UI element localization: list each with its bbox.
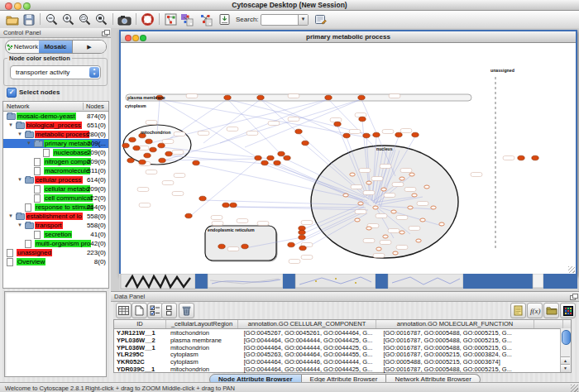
graph-node[interactable] — [518, 155, 524, 160]
tree-row[interactable]: ▼cellular process614(0) — [3, 175, 108, 184]
tree-row[interactable]: multi-organism pro42(0) — [3, 239, 108, 248]
graph-node[interactable] — [230, 203, 237, 208]
network-frame-icon[interactable] — [163, 12, 178, 26]
table-cell[interactable]: [GO:0005488, GO:0005215, GO:0003674] — [380, 358, 540, 366]
float-panel-icon[interactable] — [102, 30, 108, 36]
folder-icon[interactable] — [543, 303, 559, 318]
tree-row[interactable]: unassigned223(0) — [3, 248, 108, 257]
graph-node[interactable] — [366, 227, 371, 230]
search-dropdown-button[interactable]: ▼ — [298, 15, 308, 25]
table-cell[interactable]: cytoplasm — [168, 358, 242, 366]
tree-row[interactable]: cell communicat22(0) — [3, 194, 108, 203]
graph-node[interactable] — [381, 188, 386, 191]
table-cell[interactable]: plasma membrane — [168, 337, 242, 344]
graph-node[interactable] — [122, 143, 129, 148]
table-scrollbar[interactable]: ▲ ▼ — [560, 328, 571, 372]
search-settings-icon[interactable] — [313, 12, 328, 26]
graph-node[interactable] — [391, 210, 396, 213]
table-cell[interactable]: [GO:0016787, GO:0005488, GO:0005215, G..… — [380, 366, 540, 373]
table-row[interactable]: YKR052Ccytoplasm[GO:0044464, GO:0044446,… — [114, 358, 571, 366]
table-grid-icon[interactable] — [116, 303, 132, 318]
table-cell[interactable]: [GO:0045267, GO:0045261, GO:0044464, G..… — [242, 329, 381, 337]
table-cell[interactable]: [GO:0044464, GO:0044446, GO:0044444, G..… — [242, 358, 381, 366]
window-resize-grip[interactable] — [568, 266, 575, 273]
tree-row[interactable]: ▼metabolic process280(0) — [3, 130, 108, 139]
graph-node[interactable] — [224, 95, 231, 100]
app-resize-grip[interactable] — [571, 385, 578, 392]
graph-node[interactable] — [409, 173, 414, 176]
tree-col-nodes[interactable]: Nodes — [83, 103, 104, 110]
node-color-dropdown[interactable]: transporter activity ▲▼ — [10, 65, 101, 79]
graph-node[interactable] — [299, 235, 305, 240]
graph-node[interactable] — [416, 239, 421, 242]
tree-row[interactable]: macromolecule311(0) — [3, 166, 108, 175]
table-column-header[interactable]: _cellularLayoutRegion — [166, 320, 238, 328]
table-cell[interactable]: [GO:0016787, GO:0005215, GO:0003824, G..… — [380, 351, 540, 358]
network-window-titlebar[interactable]: primary metabolic process — [121, 31, 576, 43]
graph-node[interactable] — [242, 244, 248, 249]
snapshot-camera-icon[interactable] — [117, 12, 132, 26]
graph-node[interactable] — [393, 251, 398, 255]
table-row[interactable]: YPL036W__1mitochondrion[GO:0044464, GO:0… — [114, 344, 571, 351]
graph-node[interactable] — [343, 133, 350, 138]
table-cell[interactable]: [GO:0044464, GO:0044444, GO:0044425, G..… — [242, 337, 381, 344]
table-cell[interactable]: [GO:0044464, GO:0044444, GO:0044425, G..… — [242, 366, 381, 373]
graph-node[interactable] — [373, 132, 380, 137]
table-row[interactable]: YLR295Ccytoplasm[GO:0045263, GO:0044464,… — [114, 351, 571, 358]
tab-mosaic[interactable]: Mosaic — [39, 41, 72, 53]
graph-node[interactable] — [288, 242, 294, 247]
graph-node[interactable] — [139, 160, 146, 165]
graph-node[interactable] — [284, 155, 290, 160]
table-cell[interactable]: YKR052C — [114, 358, 168, 366]
network-canvas[interactable]: plasma membranecytoplasmmitochondrionnuc… — [121, 42, 572, 272]
graph-node[interactable] — [261, 160, 268, 165]
tree-row[interactable]: ▼primary metabo209(... — [3, 139, 108, 148]
graph-node[interactable] — [373, 206, 378, 209]
graph-node[interactable] — [299, 230, 305, 235]
new-document-icon[interactable] — [132, 303, 147, 318]
graph-node[interactable] — [334, 122, 341, 127]
tree-row[interactable]: ▼establishment of lo558(0) — [3, 212, 108, 221]
tree-row[interactable]: ▼biological_process651(0) — [3, 121, 108, 130]
tree-row[interactable]: secretion41(0) — [3, 230, 108, 239]
graph-node[interactable] — [144, 153, 151, 158]
help-lifering-icon[interactable] — [140, 12, 155, 26]
graph-node[interactable] — [325, 95, 332, 100]
layout-network-alt-icon[interactable] — [199, 12, 213, 26]
table-cell[interactable]: cytoplasm — [168, 351, 242, 358]
graph-node[interactable] — [343, 194, 348, 197]
column-pair-icon[interactable] — [161, 303, 177, 318]
tree-row[interactable]: nucleobase-209(0) — [3, 148, 108, 157]
graph-node[interactable] — [199, 196, 206, 201]
background-windows-strip[interactable] — [119, 274, 577, 290]
zoom-out-icon[interactable] — [44, 12, 59, 26]
select-nodes-checkbox[interactable]: ✓ — [7, 88, 17, 98]
graph-node[interactable] — [350, 173, 355, 176]
expander-icon[interactable]: ▼ — [17, 130, 22, 139]
table-cell[interactable]: mitochondrion — [168, 344, 242, 351]
zoom-fit-icon[interactable] — [93, 12, 108, 26]
table-cell[interactable]: YDR039C__1 — [114, 366, 168, 373]
graph-node[interactable] — [278, 151, 285, 156]
tree-row[interactable]: Overview8(0) — [3, 257, 108, 266]
graph-node[interactable] — [129, 137, 136, 142]
expander-icon[interactable]: ▼ — [8, 121, 13, 130]
table-cell[interactable]: YJR121W__1 — [114, 329, 168, 337]
table-cell[interactable]: YPL036W__2 — [114, 337, 168, 344]
graph-node[interactable] — [299, 246, 306, 251]
graph-node[interactable] — [185, 213, 192, 218]
save-icon[interactable] — [22, 12, 36, 26]
graph-node[interactable] — [395, 132, 402, 137]
graph-node[interactable] — [383, 235, 388, 238]
tree-row[interactable]: ▼transport558(0) — [3, 221, 108, 230]
graph-node[interactable] — [431, 206, 436, 209]
table-column-header[interactable] — [534, 320, 563, 328]
graph-node[interactable] — [400, 177, 404, 180]
scrollbar-thumb[interactable] — [562, 330, 571, 345]
graph-node[interactable] — [412, 132, 419, 137]
table-cell[interactable]: YPL036W__1 — [114, 344, 168, 351]
tree-row[interactable]: mosaic-demo-yeast874(0) — [3, 112, 108, 121]
graph-node[interactable] — [274, 160, 280, 165]
graph-node[interactable] — [158, 143, 165, 148]
graph-node[interactable] — [358, 202, 363, 205]
